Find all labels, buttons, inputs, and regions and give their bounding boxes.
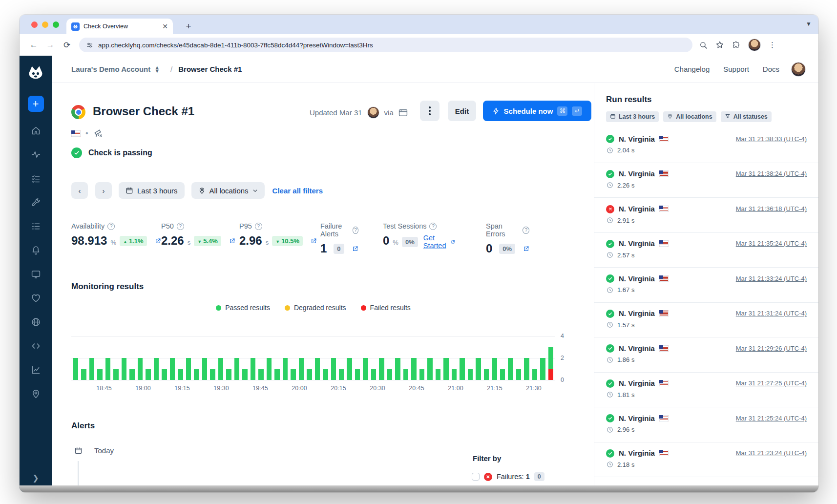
chart-bar[interactable] [97,369,102,380]
url-bar[interactable]: app.checklyhq.com/checks/e45dacab-8de1-4… [79,38,692,52]
tab-search-chevron-icon[interactable]: ▼ [806,21,812,27]
locations-filter-button[interactable]: All locations [191,182,265,199]
chart-bar[interactable] [540,358,545,380]
chart-bar[interactable] [500,369,505,380]
prev-window-button[interactable]: ‹ [71,182,88,199]
get-started-link[interactable] [521,246,529,252]
run-timestamp-link[interactable]: Mar 31 21:25:24 (UTC-4) [736,415,807,422]
get-started-link[interactable] [227,238,235,244]
chart-bar[interactable] [339,369,344,380]
sidebar-item-globe[interactable] [29,315,42,329]
chart-bar[interactable] [105,358,110,380]
chart-bar[interactable] [291,369,295,380]
run-timestamp-link[interactable]: Mar 31 21:27:25 (UTC-4) [736,379,807,387]
chart-bar[interactable] [548,347,553,380]
chart-bar[interactable] [299,358,304,380]
updated-by-avatar[interactable] [367,106,379,119]
chart-bar[interactable] [226,369,231,380]
chart-bar[interactable] [355,369,360,380]
sidebar-item-tools[interactable] [29,195,42,209]
sidebar-expand-icon[interactable]: ❯ [32,473,39,483]
bookmark-star-icon[interactable] [715,41,724,49]
chart-bar[interactable] [234,358,239,380]
user-avatar[interactable] [791,62,806,77]
chart-bar[interactable] [516,369,521,380]
chart-bar[interactable] [258,369,263,380]
run-result-row[interactable]: N. Virginia Mar 31 21:38:33 (UTC-4) 2.04… [594,128,818,163]
schedule-now-button[interactable]: Schedule now ⌘ ↵ [483,101,591,121]
chart-bar[interactable] [274,369,279,380]
run-timestamp-link[interactable]: Mar 31 21:31:24 (UTC-4) [736,310,807,317]
run-timestamp-link[interactable]: Mar 31 21:23:24 (UTC-4) [736,449,807,457]
chart-bar[interactable] [492,358,497,380]
help-icon[interactable]: ? [255,223,262,230]
help-icon[interactable]: ? [429,223,437,230]
time-range-button[interactable]: Last 3 hours [119,182,185,199]
chart-bar[interactable] [387,369,392,380]
run-result-row[interactable]: N. Virginia Mar 31 21:25:24 (UTC-4) 2.96… [594,407,818,442]
chart-bar[interactable] [162,369,167,380]
changelog-link[interactable]: Changelog [674,65,710,73]
chart-bar[interactable] [251,358,255,380]
chart-bar[interactable] [218,358,223,380]
help-icon[interactable]: ? [353,227,358,234]
failures-checkbox[interactable] [472,473,480,481]
run-timestamp-link[interactable]: Mar 31 21:33:24 (UTC-4) [736,275,807,282]
sidebar-item-code[interactable] [29,339,42,353]
run-result-row[interactable]: N. Virginia Mar 31 21:29:26 (UTC-4) 1.86… [594,337,818,373]
chart-bar[interactable] [73,358,78,380]
chart-bar[interactable] [460,358,464,380]
get-started-link[interactable] [350,246,358,252]
chart-bar[interactable] [363,358,368,380]
run-timestamp-link[interactable]: Mar 31 21:35:24 (UTC-4) [736,240,807,247]
chart-bar[interactable] [178,369,183,380]
chart-bar[interactable] [395,358,400,380]
edit-button[interactable]: Edit [448,101,476,121]
sidebar-item-bell[interactable] [29,243,42,257]
run-result-row[interactable]: N. Virginia Mar 31 21:27:25 (UTC-4) 1.81… [594,373,818,408]
next-window-button[interactable]: › [95,182,112,199]
chart-bar[interactable] [122,358,126,380]
get-started-link[interactable]: Get Started [423,234,455,250]
new-tab-button[interactable]: + [182,20,195,33]
browser-tab[interactable]: Check Overview ✕ [66,19,173,34]
close-window-button[interactable] [31,21,38,28]
chart-bar[interactable] [532,369,537,380]
chart-bar[interactable] [452,369,457,380]
minimize-window-button[interactable] [42,21,48,28]
chart-bar[interactable] [267,358,272,380]
chart-bar[interactable] [170,358,175,380]
chart-bar[interactable] [476,358,481,380]
chart-bar[interactable] [427,358,432,380]
extensions-icon[interactable] [732,41,740,49]
chart-bar[interactable] [283,358,288,380]
run-result-row[interactable]: N. Virginia Mar 31 21:36:18 (UTC-4) 2.91… [594,198,818,233]
sidebar-item-monitor[interactable] [29,267,42,281]
chart-bar[interactable] [411,358,416,380]
back-button[interactable]: ← [25,40,42,50]
chart-bar[interactable] [379,358,384,380]
chart-bar[interactable] [194,369,199,380]
sidebar-item-pin[interactable] [29,387,42,400]
chart-bar[interactable] [315,358,320,380]
docs-link[interactable]: Docs [763,65,779,73]
chart-bar[interactable] [484,369,489,380]
checkly-logo-icon[interactable] [27,64,44,84]
sidebar-item-home[interactable] [29,124,42,137]
chart-bar[interactable] [210,369,215,380]
account-switcher-chevrons-icon[interactable]: ▲▼ [154,66,160,73]
zoom-icon[interactable] [699,41,708,49]
chart-bar[interactable] [138,358,143,380]
help-icon[interactable]: ? [523,227,529,234]
chart-bar[interactable] [202,358,207,380]
chart-bar[interactable] [307,369,312,380]
chart-bar[interactable] [419,369,424,380]
help-icon[interactable]: ? [107,223,115,230]
create-new-button[interactable]: + [28,96,44,112]
chart-bar[interactable] [186,358,191,380]
run-timestamp-link[interactable]: Mar 31 21:38:24 (UTC-4) [736,170,807,177]
run-timestamp-link[interactable]: Mar 31 21:36:18 (UTC-4) [736,205,807,212]
chart-bar[interactable] [89,358,94,380]
chart-bar[interactable] [129,369,134,380]
chart-bar[interactable] [81,369,86,380]
